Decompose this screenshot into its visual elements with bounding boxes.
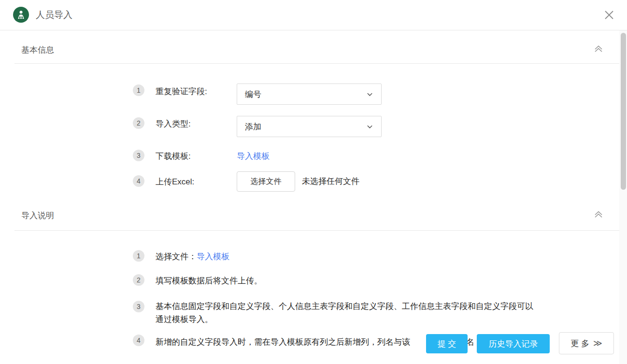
choose-file-button[interactable]: 选择文件 (237, 171, 295, 192)
instruction-text: 选择文件：导入模板 (156, 250, 229, 263)
field-label-import-type: 导入类型: (156, 118, 191, 129)
step-badge: 1 (133, 84, 144, 96)
field-label-download-template: 下载模板: (156, 151, 191, 162)
instruction-label: 选择文件： (156, 252, 197, 261)
modal-body: 基本信息 1 重复验证字段: 编号 2 导入类型: 添加 3 下载 (0, 30, 627, 364)
scrollbar-thumb[interactable] (621, 33, 626, 190)
modal-header: 人员导入 (0, 0, 627, 30)
section-title-import-notes: 导入说明 (21, 210, 54, 221)
instruction-text: 填写模板数据后将文件上传。 (156, 274, 262, 287)
submit-button[interactable]: 提 交 (426, 334, 468, 353)
field-label-upload-excel: 上传Excel: (156, 176, 194, 187)
scrollbar-track[interactable] (619, 30, 627, 364)
instruction-badge: 4 (133, 335, 144, 346)
more-button[interactable]: 更 多 ≫ (559, 332, 614, 354)
instruction-badge: 3 (133, 301, 144, 312)
collapse-up-icon[interactable] (593, 209, 604, 220)
step-badge: 2 (133, 117, 144, 129)
import-template-link[interactable]: 导入模板 (197, 252, 229, 261)
duplicate-check-select[interactable]: 编号 (237, 84, 382, 105)
chevron-down-icon (366, 91, 373, 98)
field-label-duplicate-check: 重复验证字段: (156, 86, 207, 97)
instruction-text: 基本信息固定字段和自定义字段、个人信息主表字段和自定义字段、工作信息主表字段和自… (156, 300, 538, 326)
select-value: 编号 (245, 89, 366, 100)
instruction-badge: 2 (133, 274, 144, 286)
collapse-up-icon[interactable] (593, 43, 604, 54)
double-chevron-right-icon: ≫ (593, 338, 602, 349)
import-type-select[interactable]: 添加 (237, 116, 382, 137)
chevron-down-icon (366, 123, 373, 130)
divider (14, 63, 619, 64)
close-icon[interactable] (602, 8, 616, 22)
more-button-label: 更 多 (570, 338, 589, 349)
instruction-badge: 1 (133, 250, 144, 262)
person-org-icon (13, 7, 29, 23)
download-template-link[interactable]: 导入模板 (237, 151, 270, 162)
section-title-basic-info: 基本信息 (21, 44, 54, 56)
select-value: 添加 (245, 121, 366, 132)
history-import-records-button[interactable]: 历史导入记录 (477, 334, 550, 353)
file-status-text: 未选择任何文件 (302, 176, 359, 187)
person-import-modal: 人员导入 基本信息 1 重复验证字段: 编号 2 导入类型: (0, 0, 627, 364)
step-badge: 3 (133, 150, 144, 161)
divider (14, 230, 619, 231)
step-badge: 4 (133, 175, 144, 187)
page-title: 人员导入 (36, 0, 72, 30)
